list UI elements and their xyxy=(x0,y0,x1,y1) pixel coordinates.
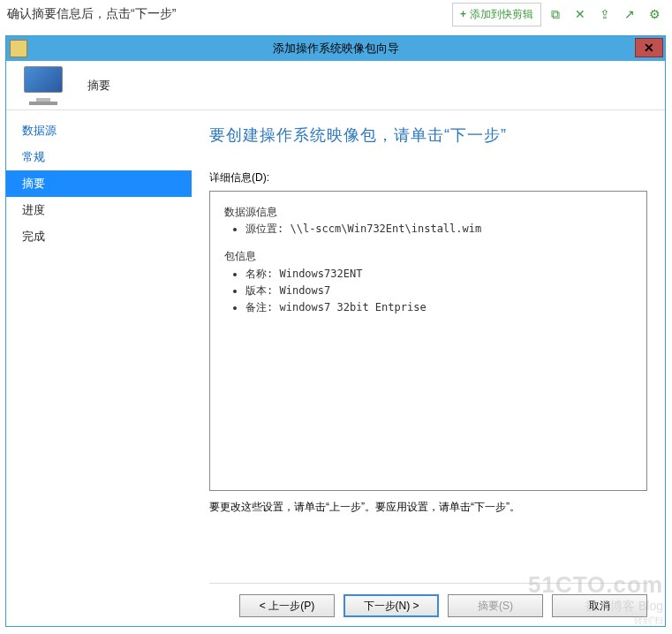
sidebar-item-datasource[interactable]: 数据源 xyxy=(6,117,192,144)
monitor-icon xyxy=(24,66,66,105)
add-to-snip-label: 添加到快剪辑 xyxy=(470,7,533,22)
wizard-body: 数据源 常规 摘要 进度 完成 要创建操作系统映像包，请单击“下一步” 详细信息… xyxy=(6,110,665,626)
window-title: 添加操作系统映像包向导 xyxy=(6,41,665,57)
page-top-bar: 确认摘要信息后，点击“下一步” + 添加到快剪辑 ⧉ ✕ ⇪ ↗ ⚙ xyxy=(0,0,672,28)
detail-g2-item3: 备注: windows7 32bit Entprise xyxy=(245,299,632,316)
wizard-sidebar: 数据源 常规 摘要 进度 完成 xyxy=(6,110,192,626)
summary-button: 摘要(S) xyxy=(448,594,543,617)
detail-g1-item1: 源位置: \\l-sccm\Win732Ent\install.wim xyxy=(245,221,632,238)
plus-icon: + xyxy=(460,8,466,20)
add-to-snip-button[interactable]: + 添加到快剪辑 xyxy=(452,3,541,26)
close-button[interactable]: ✕ xyxy=(635,38,663,57)
detail-group1-title: 数据源信息 xyxy=(224,204,632,221)
page-instruction: 确认摘要信息后，点击“下一步” xyxy=(7,6,176,22)
detail-g2-item2: 版本: Windows7 xyxy=(245,283,632,299)
hint-text: 要更改这些设置，请单击“上一步”。要应用设置，请单击“下一步”。 xyxy=(209,500,647,515)
wizard-window: 添加操作系统映像包向导 ✕ 摘要 数据源 常规 摘要 进度 完成 要创建操作系统… xyxy=(5,35,666,627)
wizard-header-title: 摘要 xyxy=(87,78,110,94)
detail-group2-title: 包信息 xyxy=(224,248,632,265)
detail-box[interactable]: 数据源信息 源位置: \\l-sccm\Win732Ent\install.wi… xyxy=(209,191,647,491)
export-icon[interactable]: ↗ xyxy=(619,4,640,25)
main-heading: 要创建操作系统映像包，请单击“下一步” xyxy=(209,125,647,146)
sidebar-item-general[interactable]: 常规 xyxy=(6,144,192,170)
sidebar-item-complete: 完成 xyxy=(6,223,192,250)
wizard-main: 要创建操作系统映像包，请单击“下一步” 详细信息(D): 数据源信息 源位置: … xyxy=(192,110,665,626)
expand-icon[interactable]: ✕ xyxy=(570,4,591,25)
prev-button[interactable]: < 上一步(P) xyxy=(239,594,335,617)
next-button[interactable]: 下一步(N) > xyxy=(344,594,439,617)
copy-icon[interactable]: ⧉ xyxy=(545,4,566,25)
titlebar: 添加操作系统映像包向导 ✕ xyxy=(6,36,665,61)
sidebar-item-summary[interactable]: 摘要 xyxy=(6,170,192,197)
editor-toolbar: + 添加到快剪辑 ⧉ ✕ ⇪ ↗ ⚙ xyxy=(452,3,665,26)
wizard-button-row: < 上一步(P) 下一步(N) > 摘要(S) 取消 xyxy=(209,583,647,617)
settings-icon[interactable]: ⚙ xyxy=(644,4,665,25)
cancel-button[interactable]: 取消 xyxy=(552,594,647,617)
detail-label: 详细信息(D): xyxy=(209,170,647,185)
app-icon xyxy=(10,40,27,57)
wizard-header: 摘要 xyxy=(6,61,665,110)
detail-g2-item1: 名称: Windows732ENT xyxy=(245,266,632,283)
sidebar-item-progress: 进度 xyxy=(6,197,192,223)
share-icon[interactable]: ⇪ xyxy=(594,4,615,25)
